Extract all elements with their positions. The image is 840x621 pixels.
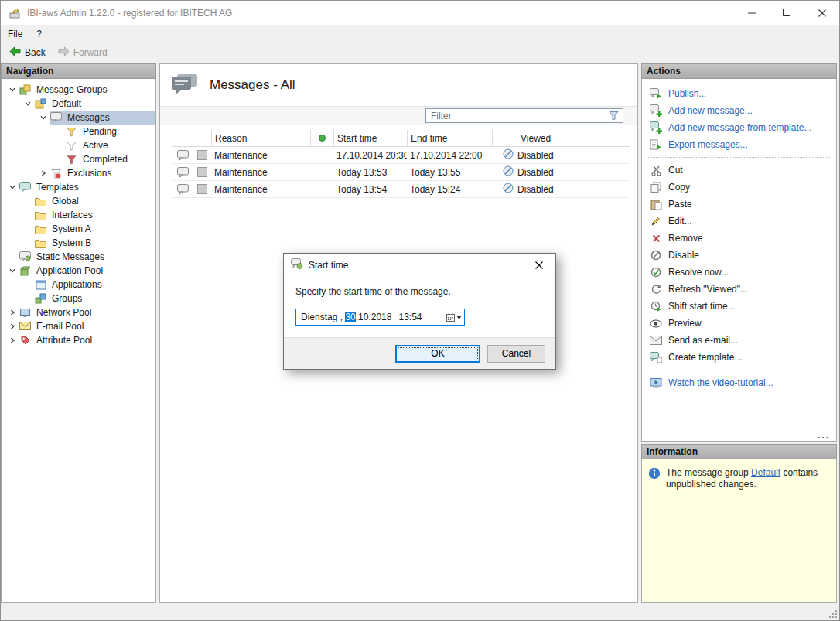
tree-item-static-messages[interactable]: Static Messages — [2, 250, 155, 264]
action-label: Refresh "Viewed"... — [668, 284, 748, 295]
chevron-right-icon[interactable] — [6, 320, 19, 333]
menu-file[interactable]: File — [1, 26, 29, 42]
action-paste[interactable]: Paste — [642, 196, 836, 213]
chevron-down-icon[interactable] — [6, 264, 19, 277]
chevron-down-icon[interactable] — [37, 111, 50, 124]
chevron-down-icon[interactable] — [6, 181, 19, 193]
action-send-as-email[interactable]: Send as e-mail... — [642, 332, 836, 349]
action-add-new-message[interactable]: Add new message... — [642, 102, 836, 119]
date-day-name[interactable]: Dienstag — [301, 312, 337, 322]
tree-item-network-pool[interactable]: Network Pool — [2, 305, 155, 319]
cancel-button[interactable]: Cancel — [487, 345, 545, 363]
tree-item-attribute-pool[interactable]: Attribute Pool — [2, 333, 155, 347]
date-month-year[interactable]: .10.2018 — [356, 312, 392, 322]
tree-item-application-pool[interactable]: Application Pool — [2, 264, 155, 278]
tree-label: Exclusions — [65, 167, 114, 179]
tree-item-applications[interactable]: Applications — [2, 278, 155, 292]
filter-input[interactable] — [426, 111, 604, 121]
action-add-message-from-template[interactable]: Add new message from template... — [642, 119, 836, 136]
chevron-right-icon[interactable] — [6, 334, 19, 346]
viewed-disabled-icon — [503, 165, 514, 179]
datetime-value[interactable]: Dienstag , 30.10.201813:54 — [296, 312, 444, 322]
copy-icon — [650, 182, 662, 193]
tree-item-active[interactable]: Active — [2, 138, 155, 152]
action-resolve-now[interactable]: Resolve now... — [642, 264, 836, 281]
date-time[interactable]: 13:54 — [398, 312, 422, 322]
forward-button[interactable]: Forward — [53, 45, 113, 60]
cell-start-time: 17.10.2014 20:30 — [333, 150, 407, 161]
tree-item-messages[interactable]: Messages — [2, 111, 155, 125]
close-button[interactable] — [804, 1, 839, 25]
action-preview[interactable]: Preview — [642, 315, 836, 332]
action-shift-start-time[interactable]: Shift start time... — [642, 298, 836, 315]
action-remove[interactable]: Remove — [642, 230, 836, 247]
tree-item-exclusions[interactable]: Exclusions — [2, 166, 155, 180]
tree-label: Groups — [50, 292, 84, 305]
table-row[interactable]: Maintenance Today 13:54 Today 15:24 Disa… — [172, 181, 630, 198]
tree-item-system-a[interactable]: System A — [2, 222, 155, 236]
network-pool-icon — [19, 307, 32, 319]
tree-item-default[interactable]: Default — [2, 97, 155, 111]
default-group-link[interactable]: Default — [751, 467, 780, 478]
chevron-down-icon[interactable] — [22, 97, 34, 110]
tree-item-message-groups[interactable]: Message Groups — [2, 83, 155, 97]
tree-item-pending[interactable]: Pending — [2, 125, 155, 138]
column-header-end-time[interactable]: End time — [407, 130, 492, 146]
action-edit[interactable]: Edit... — [642, 213, 836, 230]
table-row[interactable]: Maintenance Today 13:53 Today 13:55 Disa… — [172, 164, 630, 181]
column-header-status[interactable] — [310, 130, 333, 146]
filter-icon[interactable] — [604, 109, 623, 122]
main-header: Messages - All — [160, 64, 637, 106]
column-header-start-time[interactable]: Start time — [333, 130, 407, 146]
viewed-disabled-icon — [503, 148, 514, 162]
row-checkbox[interactable] — [197, 184, 207, 194]
navigation-panel: Navigation Message Groups Default Messag… — [1, 63, 156, 603]
page-title: Messages - All — [210, 77, 295, 93]
column-header-reason[interactable]: Reason — [211, 130, 310, 146]
column-header-viewed[interactable]: Viewed — [492, 130, 630, 146]
tree-item-global[interactable]: Global — [2, 194, 155, 208]
resize-grip[interactable] — [828, 609, 838, 619]
forward-label: Forward — [73, 47, 108, 58]
chevron-right-icon[interactable] — [6, 306, 19, 319]
window-controls — [735, 1, 839, 25]
tree-item-groups[interactable]: Groups — [2, 292, 155, 305]
action-watch-video-tutorial[interactable]: Watch the video-tutorial... — [642, 374, 836, 391]
app-window: IBI-aws Admin 1.22.0 - registered for IB… — [0, 0, 840, 621]
chevron-right-icon[interactable] — [37, 167, 50, 179]
action-export-messages[interactable]: Export messages... — [642, 136, 836, 153]
minimize-button[interactable] — [735, 1, 770, 25]
action-disable[interactable]: Disable — [642, 247, 836, 264]
tree-item-email-pool[interactable]: E-mail Pool — [2, 319, 155, 333]
maximize-button[interactable] — [770, 1, 804, 25]
information-body: The message group Default contains unpub… — [641, 459, 837, 603]
action-create-template[interactable]: Create template... — [642, 349, 836, 366]
menu-help[interactable]: ? — [29, 26, 49, 42]
viewed-disabled-icon — [503, 183, 514, 196]
ok-button[interactable]: OK — [395, 345, 480, 363]
tree-label: Messages — [65, 111, 112, 124]
actions-overflow-indicator[interactable]: ... — [818, 430, 830, 441]
datetime-picker[interactable]: Dienstag , 30.10.201813:54 — [295, 309, 465, 326]
information-header: Information — [641, 444, 837, 459]
row-checkbox[interactable] — [197, 167, 207, 177]
dialog-close-icon[interactable] — [523, 254, 555, 277]
calendar-dropdown-button[interactable] — [444, 309, 464, 325]
tree-label: Active — [80, 139, 111, 152]
tree-label: Attribute Pool — [34, 334, 94, 346]
chevron-down-icon[interactable] — [6, 84, 19, 96]
tree-item-system-b[interactable]: System B — [2, 236, 155, 250]
action-cut[interactable]: Cut — [642, 162, 836, 179]
row-checkbox[interactable] — [197, 150, 207, 160]
tree-item-interfaces[interactable]: Interfaces — [2, 208, 155, 222]
table-row[interactable]: Maintenance 17.10.2014 20:30 17.10.2014 … — [172, 147, 630, 164]
dialog-title-bar[interactable]: Start time — [284, 254, 555, 277]
tree-item-completed[interactable]: Completed — [2, 152, 155, 166]
tree-item-templates[interactable]: Templates — [2, 180, 155, 194]
action-publish[interactable]: Publish... — [642, 85, 836, 102]
export-icon — [650, 139, 662, 151]
date-day-selected[interactable]: 30 — [345, 312, 355, 322]
back-button[interactable]: Back — [4, 45, 51, 60]
action-copy[interactable]: Copy — [642, 179, 836, 196]
action-refresh-viewed[interactable]: Refresh "Viewed"... — [642, 281, 836, 298]
